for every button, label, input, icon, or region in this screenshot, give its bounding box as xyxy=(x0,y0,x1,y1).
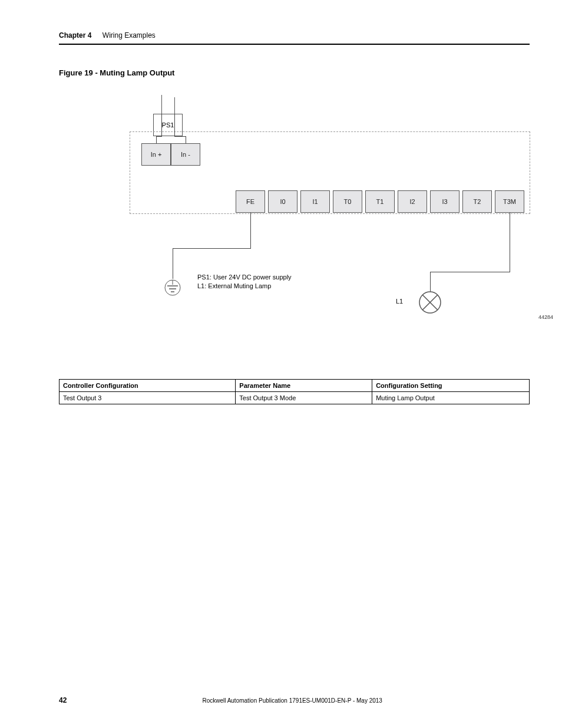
cell-config-setting: Muting Lamp Output xyxy=(372,392,530,404)
config-table: Controller Configuration Parameter Name … xyxy=(59,379,530,404)
terminal-fe-label: FE xyxy=(246,198,254,205)
figure-title: Figure 19 - Muting Lamp Output xyxy=(59,68,530,77)
th-config-setting: Configuration Setting xyxy=(372,380,530,392)
terminal-t0-label: T0 xyxy=(344,198,352,205)
legend-l1: L1: External Muting Lamp xyxy=(197,282,292,291)
terminal-i1-label: I1 xyxy=(312,198,318,205)
th-controller-config: Controller Configuration xyxy=(59,380,236,392)
terminal-t1-label: T1 xyxy=(376,198,384,205)
wire-to-lamp xyxy=(430,272,431,292)
terminal-t3m: T3M xyxy=(495,190,524,213)
cell-controller-config: Test Output 3 xyxy=(59,392,236,404)
ground-symbol xyxy=(164,279,181,297)
wire-ps1-inminus-h xyxy=(174,136,186,137)
page-header: Chapter 4 Wiring Examples xyxy=(59,29,530,45)
wire-ps1-l-down xyxy=(161,114,162,136)
terminal-t2-label: T2 xyxy=(474,198,481,205)
terminal-t0: T0 xyxy=(333,190,362,213)
ps1-left-lead xyxy=(161,102,162,114)
terminal-in-plus-label: In + xyxy=(151,151,162,158)
lamp-label: L1 xyxy=(396,298,403,305)
terminal-i1: I1 xyxy=(300,190,330,213)
wire-ps1-inplus xyxy=(156,136,157,143)
terminal-fe: FE xyxy=(236,190,265,213)
chapter-title: Wiring Examples xyxy=(103,31,156,39)
page-number: 42 xyxy=(59,696,67,704)
terminal-t3m-label: T3M xyxy=(503,198,516,205)
ps1-left-tick xyxy=(161,95,162,102)
wire-ps1-inplus-h xyxy=(156,136,162,137)
terminal-i3: I3 xyxy=(430,190,459,213)
publication-line: Rockwell Automation Publication 1791ES-U… xyxy=(67,697,518,704)
terminal-i2-label: I2 xyxy=(409,198,415,205)
table-header-row: Controller Configuration Parameter Name … xyxy=(59,380,530,392)
wire-ps1-r-down xyxy=(174,114,175,136)
lamp-symbol xyxy=(418,291,442,314)
th-parameter-name: Parameter Name xyxy=(236,380,372,392)
wiring-diagram: PS1 In + In - FE I0 I1 T0 T1 I2 I3 T2 T3… xyxy=(59,84,530,344)
terminal-t2: T2 xyxy=(462,190,492,213)
terminal-i2: I2 xyxy=(398,190,427,213)
terminal-i3-label: I3 xyxy=(442,198,447,205)
wire-ps1-inminus-v xyxy=(186,136,186,143)
wire-fe-down xyxy=(250,213,251,248)
chapter-number: Chapter 4 xyxy=(59,31,91,39)
page-footer: 42 Rockwell Automation Publication 1791E… xyxy=(59,696,530,704)
ps1-label: PS1 xyxy=(162,121,174,129)
terminal-in-minus-label: In - xyxy=(181,151,190,158)
wire-fe-to-gnd xyxy=(173,248,173,279)
terminal-in-minus: In - xyxy=(171,143,200,166)
wire-fe-h xyxy=(173,248,251,249)
wire-t3m-h xyxy=(430,272,510,272)
table-row: Test Output 3 Test Output 3 Mode Muting … xyxy=(59,392,530,404)
legend-ps1: PS1: User 24V DC power supply xyxy=(197,273,292,282)
diagram-legend: PS1: User 24V DC power supply L1: Extern… xyxy=(197,273,292,291)
terminal-t1: T1 xyxy=(365,190,395,213)
ps1-right-lead xyxy=(174,102,175,114)
terminal-in-plus: In + xyxy=(141,143,171,166)
terminal-i0-label: I0 xyxy=(280,198,285,205)
figure-id: 44284 xyxy=(538,314,553,320)
cell-parameter-name: Test Output 3 Mode xyxy=(236,392,372,404)
wire-t3m-down xyxy=(510,213,510,272)
terminal-i0: I0 xyxy=(268,190,297,213)
ps1-right-tick xyxy=(174,97,175,102)
